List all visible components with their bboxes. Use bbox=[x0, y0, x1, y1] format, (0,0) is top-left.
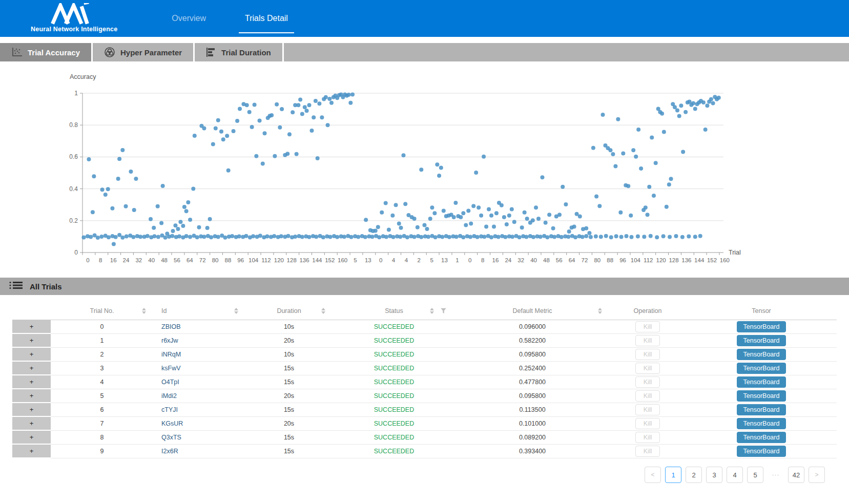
expand-row-button[interactable]: + bbox=[12, 416, 51, 430]
scatter-point[interactable] bbox=[614, 234, 618, 238]
tensorboard-button[interactable]: TensorBoard bbox=[737, 321, 786, 332]
scatter-point[interactable] bbox=[492, 225, 496, 229]
scatter-point[interactable] bbox=[611, 152, 615, 156]
scatter-point[interactable] bbox=[146, 234, 150, 238]
scatter-point[interactable] bbox=[631, 148, 635, 152]
scatter-point[interactable] bbox=[650, 135, 654, 139]
scatter-point[interactable] bbox=[539, 235, 543, 239]
scatter-point[interactable] bbox=[303, 105, 307, 109]
kill-button[interactable]: Kill bbox=[635, 390, 660, 402]
scatter-point[interactable] bbox=[100, 187, 105, 192]
tensorboard-button[interactable]: TensorBoard bbox=[737, 418, 786, 429]
scatter-point[interactable] bbox=[567, 229, 571, 234]
scatter-point[interactable] bbox=[642, 235, 646, 239]
scatter-point[interactable] bbox=[132, 208, 136, 212]
scatter-point[interactable] bbox=[181, 224, 185, 228]
scatter-point[interactable] bbox=[494, 211, 499, 215]
scatter-point[interactable] bbox=[235, 119, 239, 123]
scatter-point[interactable] bbox=[544, 221, 548, 225]
scatter-point[interactable] bbox=[307, 235, 312, 239]
scatter-point[interactable] bbox=[489, 214, 493, 218]
pagination-page-4[interactable]: 4 bbox=[727, 467, 743, 483]
scatter-point[interactable] bbox=[654, 161, 658, 165]
scatter-point[interactable] bbox=[489, 235, 493, 239]
scatter-point[interactable] bbox=[350, 92, 355, 96]
scatter-point[interactable] bbox=[464, 223, 468, 227]
scatter-point[interactable] bbox=[138, 235, 142, 239]
scatter-point[interactable] bbox=[216, 118, 220, 122]
sort-icon[interactable] bbox=[142, 308, 146, 314]
scatter-point[interactable] bbox=[114, 235, 118, 239]
scatter-point[interactable] bbox=[679, 103, 683, 108]
scatter-point[interactable] bbox=[584, 226, 588, 230]
scatter-point[interactable] bbox=[422, 223, 426, 227]
scatter-point[interactable] bbox=[317, 101, 321, 106]
scatter-point[interactable] bbox=[258, 234, 262, 238]
scatter-point[interactable] bbox=[419, 167, 423, 172]
kill-button[interactable]: Kill bbox=[635, 418, 660, 429]
expand-row-button[interactable]: + bbox=[12, 333, 51, 347]
scatter-point[interactable] bbox=[152, 234, 156, 238]
scatter-point[interactable] bbox=[286, 234, 290, 238]
scatter-point[interactable] bbox=[391, 235, 396, 239]
scatter-point[interactable] bbox=[364, 218, 368, 222]
scatter-point[interactable] bbox=[510, 235, 514, 239]
scatter-point[interactable] bbox=[572, 225, 576, 229]
scatter-point[interactable] bbox=[687, 235, 691, 239]
scatter-point[interactable] bbox=[698, 234, 702, 238]
scatter-point[interactable] bbox=[510, 207, 514, 211]
scatter-point[interactable] bbox=[660, 112, 664, 116]
scatter-point[interactable] bbox=[312, 115, 316, 119]
scatter-point[interactable] bbox=[254, 154, 258, 158]
scatter-point[interactable] bbox=[387, 228, 391, 232]
scatter-point[interactable] bbox=[482, 155, 486, 159]
scatter-point[interactable] bbox=[202, 235, 206, 239]
scatter-point[interactable] bbox=[496, 235, 501, 239]
scatter-point[interactable] bbox=[226, 169, 231, 173]
tab-hyper-parameter[interactable]: Hyper Parameter bbox=[93, 43, 195, 61]
scatter-point[interactable] bbox=[524, 235, 528, 239]
scatter-point[interactable] bbox=[629, 214, 633, 218]
scatter-point[interactable] bbox=[584, 234, 588, 238]
scatter-point[interactable] bbox=[551, 226, 555, 230]
scatter-point[interactable] bbox=[552, 235, 556, 239]
tensorboard-button[interactable]: TensorBoard bbox=[737, 432, 786, 443]
scatter-point[interactable] bbox=[425, 227, 429, 231]
scatter-point[interactable] bbox=[296, 103, 300, 107]
scatter-point[interactable] bbox=[321, 235, 325, 239]
scatter-point[interactable] bbox=[307, 103, 312, 107]
scatter-point[interactable] bbox=[272, 234, 276, 238]
scatter-point[interactable] bbox=[573, 235, 577, 239]
scatter-point[interactable] bbox=[412, 217, 417, 221]
scatter-point[interactable] bbox=[625, 234, 629, 238]
scatter-point[interactable] bbox=[599, 235, 603, 239]
scatter-point[interactable] bbox=[652, 194, 656, 198]
scatter-point[interactable] bbox=[202, 126, 206, 130]
scatter-point[interactable] bbox=[280, 107, 284, 111]
scatter-point[interactable] bbox=[170, 234, 174, 238]
scatter-point[interactable] bbox=[416, 225, 420, 229]
scatter-point[interactable] bbox=[314, 99, 318, 103]
scatter-point[interactable] bbox=[309, 129, 314, 133]
scatter-point[interactable] bbox=[668, 235, 672, 239]
scatter-point[interactable] bbox=[176, 227, 180, 231]
scatter-point[interactable] bbox=[545, 235, 549, 239]
scatter-point[interactable] bbox=[693, 235, 697, 239]
scatter-point[interactable] bbox=[107, 235, 111, 239]
expand-row-button[interactable]: + bbox=[12, 375, 51, 389]
scatter-point[interactable] bbox=[106, 187, 110, 191]
scatter-point[interactable] bbox=[616, 117, 620, 121]
scatter-point[interactable] bbox=[376, 225, 380, 229]
scatter-point[interactable] bbox=[703, 128, 708, 132]
scatter-point[interactable] bbox=[374, 228, 378, 233]
scatter-point[interactable] bbox=[474, 171, 478, 175]
scatter-point[interactable] bbox=[300, 112, 304, 116]
scatter-point[interactable] bbox=[432, 211, 437, 215]
scatter-point[interactable] bbox=[251, 234, 255, 238]
expand-row-button[interactable]: + bbox=[12, 444, 51, 458]
expand-row-button[interactable]: + bbox=[12, 403, 51, 416]
scatter-point[interactable] bbox=[238, 107, 242, 111]
scatter-point[interactable] bbox=[394, 203, 398, 207]
scatter-point[interactable] bbox=[208, 217, 212, 221]
scatter-point[interactable] bbox=[561, 185, 565, 189]
